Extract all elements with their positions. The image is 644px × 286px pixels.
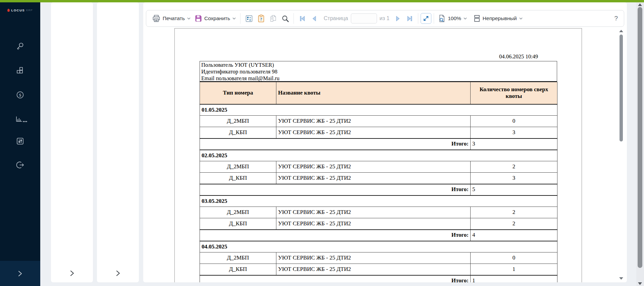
page-total-label: из 1: [380, 15, 390, 21]
group-total-row: Итого:3: [200, 138, 557, 150]
scroll-up-arrow[interactable]: [638, 3, 642, 6]
panel-middle-expand-button[interactable]: [97, 270, 139, 276]
save-button[interactable]: Сохранить: [193, 13, 238, 23]
fullscreen-button[interactable]: [421, 13, 431, 24]
table-row: Д_КБПУЮТ СЕРВИС ЖБ - 25 ДТИ23: [200, 173, 557, 184]
print-label: Печатать: [163, 15, 185, 21]
total-label: Итого:: [200, 230, 471, 241]
copy-icon: [269, 14, 277, 23]
zoom-button[interactable]: 100%: [436, 13, 469, 24]
svg-text:$: $: [19, 93, 21, 98]
cell-room-type: Д_КБП: [200, 218, 276, 230]
scroll-up-arrow[interactable]: [619, 30, 623, 32]
copy-page-button[interactable]: [268, 13, 278, 24]
group-total-row: Итого:1: [200, 275, 557, 283]
save-label: Сохранить: [204, 15, 230, 21]
user-info-line: Идентификатор пользователя 98: [201, 68, 555, 75]
table-row: Д_КБПУЮТ СЕРВИС ЖБ - 25 ДТИ23: [200, 127, 557, 138]
group-total-row: Итого:4: [200, 230, 557, 241]
cell-room-type: Д_КБП: [200, 264, 276, 275]
sidebar-item-access[interactable]: [14, 40, 26, 52]
total-label: Итого:: [200, 138, 471, 150]
report-user-info: Пользователь УЮТ (UYTSER) Идентификатор …: [200, 61, 557, 82]
cell-over-quota-count: 3: [471, 173, 557, 184]
document-area: 04.06.2025 10:49 Пользователь УЮТ (UYTSE…: [143, 28, 627, 282]
table-row: Д_2МБПУЮТ СЕРВИС ЖБ - 25 ДТИ20: [200, 252, 557, 264]
report-viewer: Печатать Сохранить: [143, 2, 627, 282]
cell-room-type: Д_2МБП: [200, 116, 276, 127]
page-number-input[interactable]: [351, 13, 377, 23]
logout-icon: [16, 161, 24, 169]
group-date-row: 01.05.2025: [200, 104, 557, 116]
column-header-count: Количество номеров сверх квоты: [471, 82, 557, 104]
user-info-line: Email пользователя mail@Mail.ru: [201, 75, 555, 82]
document-map-icon: [245, 14, 253, 23]
scroll-down-arrow[interactable]: [638, 282, 642, 285]
chevron-down-icon: [187, 17, 191, 19]
cell-over-quota-count: 2: [471, 207, 557, 218]
key-icon: [15, 42, 25, 51]
cell-quota-name: УЮТ СЕРВИС ЖБ - 25 ДТИ2: [276, 218, 471, 230]
document-scrollbar: [619, 30, 624, 280]
search-icon: [281, 15, 289, 22]
zoom-value: 100%: [448, 15, 461, 21]
report-timestamp: 04.06.2025 10:49: [200, 53, 538, 60]
zoom-page-icon: [438, 14, 445, 23]
sidebar-item-logout[interactable]: [14, 159, 26, 171]
help-button[interactable]: ?: [612, 15, 620, 22]
sidebar-item-settings[interactable]: [14, 135, 26, 147]
cell-room-type: Д_КБП: [200, 127, 276, 138]
toolbar-separator: [293, 13, 294, 24]
group-date: 04.05.2025: [200, 241, 557, 252]
table-row: Д_2МБПУЮТ СЕРВИС ЖБ - 25 ДТИ20: [200, 116, 557, 127]
cell-room-type: Д_2МБП: [200, 161, 276, 173]
sidebar-item-reports[interactable]: [14, 113, 29, 125]
view-mode-button[interactable]: Непрерывный: [472, 13, 525, 23]
chevron-down-icon: [519, 17, 523, 19]
cell-over-quota-count: 0: [471, 252, 557, 264]
print-button[interactable]: Печатать: [150, 13, 193, 23]
scroll-down-arrow[interactable]: [619, 277, 623, 280]
sidebar-expand-button[interactable]: [0, 261, 40, 286]
toolbar-separator: [240, 13, 240, 24]
group-date: 02.05.2025: [200, 150, 557, 161]
cell-quota-name: УЮТ СЕРВИС ЖБ - 25 ДТИ2: [276, 173, 471, 184]
app-logo: LOCUS ERP: [0, 8, 40, 12]
last-page-button[interactable]: [404, 13, 415, 24]
document-scrollbar-thumb[interactable]: [620, 35, 623, 141]
table-row: Д_КБПУЮТ СЕРВИС ЖБ - 25 ДТИ21: [200, 264, 557, 275]
cell-room-type: Д_2МБП: [200, 252, 276, 264]
cell-over-quota-count: 1: [471, 264, 557, 275]
first-page-button[interactable]: [297, 13, 308, 24]
parameters-button[interactable]: ?: [256, 13, 266, 24]
sidebar-item-modules[interactable]: [14, 64, 26, 76]
browser-scrollbar-thumb[interactable]: [638, 7, 642, 268]
modules-icon: [16, 66, 24, 74]
chevron-down-icon: [232, 17, 236, 19]
total-label: Итого:: [200, 184, 471, 195]
logo-text: LOCUS: [11, 8, 25, 12]
next-page-button[interactable]: [392, 13, 403, 24]
svg-text:?: ?: [260, 16, 262, 21]
table-row: Д_2МБПУЮТ СЕРВИС ЖБ - 25 ДТИ22: [200, 161, 557, 173]
last-page-icon: [407, 15, 413, 22]
table-row: Д_КБПУЮТ СЕРВИС ЖБ - 25 ДТИ22: [200, 218, 557, 230]
chevron-right-icon: [116, 270, 120, 276]
chevron-down-icon: [464, 17, 467, 19]
cell-room-type: Д_2МБП: [200, 207, 276, 218]
sidebar-item-billing[interactable]: $: [14, 89, 26, 101]
group-date-row: 04.05.2025: [200, 241, 557, 252]
first-page-icon: [299, 15, 306, 22]
page-label: Страница: [324, 15, 348, 21]
prev-page-button[interactable]: [309, 13, 320, 24]
search-button[interactable]: [280, 13, 290, 24]
bookmarks-panel-button[interactable]: [244, 13, 254, 24]
collapsed-panel-left: [51, 2, 93, 282]
panel-left-expand-button[interactable]: [51, 270, 93, 276]
next-page-icon: [394, 15, 401, 22]
chevron-right-icon: [70, 270, 74, 276]
dollar-circle-icon: $: [16, 91, 24, 99]
group-total-row: Итого:5: [200, 184, 557, 195]
cell-over-quota-count: 2: [471, 161, 557, 173]
toolbar-separator: [418, 13, 418, 24]
